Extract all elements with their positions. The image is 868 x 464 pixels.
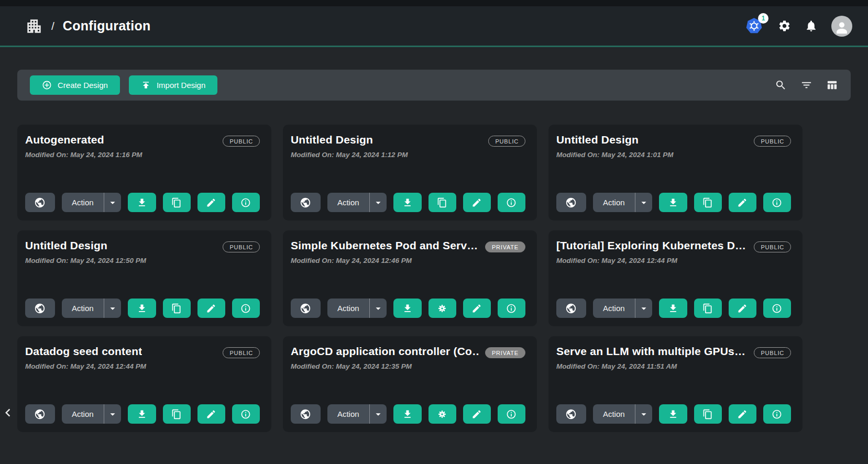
action-dropdown-button[interactable] <box>104 404 122 424</box>
edit-button[interactable] <box>729 404 756 424</box>
edit-button[interactable] <box>463 299 491 318</box>
action-dropdown-button[interactable] <box>369 193 387 212</box>
action-dropdown-button[interactable] <box>635 193 653 212</box>
card-actions: Action <box>556 404 791 424</box>
info-button[interactable] <box>232 193 260 212</box>
chevron-down-icon <box>638 197 650 208</box>
info-icon <box>506 409 517 419</box>
info-button[interactable] <box>498 299 525 318</box>
pencil-icon <box>206 197 216 208</box>
copy-button[interactable] <box>694 404 722 424</box>
download-button[interactable] <box>659 193 687 212</box>
filter-icon[interactable] <box>800 79 812 91</box>
action-dropdown-button[interactable] <box>104 299 122 318</box>
copy-button[interactable] <box>428 193 456 212</box>
download-button[interactable] <box>128 404 156 424</box>
action-button[interactable]: Action <box>327 193 369 212</box>
download-button[interactable] <box>659 404 687 424</box>
action-button[interactable]: Action <box>62 404 104 424</box>
visibility-globe-button[interactable] <box>25 193 55 212</box>
design-title: Datadog seed content <box>25 345 142 358</box>
edit-button[interactable] <box>463 193 491 212</box>
card-header: ArgoCD application controller (Co… PRIVA… <box>291 345 525 358</box>
design-card: Untitled Design PUBLIC Modified On: May … <box>283 125 537 220</box>
download-button[interactable] <box>128 299 156 318</box>
action-button[interactable]: Action <box>327 299 369 318</box>
visibility-globe-button[interactable] <box>291 404 321 424</box>
modified-on-text: Modified On: May 24, 2024 12:50 PM <box>25 257 260 264</box>
card-actions: Action <box>291 193 525 212</box>
visibility-badge: PUBLIC <box>223 241 260 252</box>
visibility-globe-button[interactable] <box>25 299 55 318</box>
import-design-button[interactable]: Import Design <box>129 75 217 95</box>
pencil-icon <box>471 409 482 419</box>
edit-button[interactable] <box>197 193 225 212</box>
info-button[interactable] <box>763 299 791 318</box>
action-dropdown-button[interactable] <box>635 404 653 424</box>
action-dropdown-button[interactable] <box>635 299 653 318</box>
info-button[interactable] <box>498 193 525 212</box>
action-split-button: Action <box>593 404 653 424</box>
settings-gear-icon[interactable] <box>778 19 791 32</box>
copy-button[interactable] <box>694 193 722 212</box>
design-engine-button[interactable] <box>428 299 456 318</box>
collapse-panel-button[interactable] <box>0 404 16 422</box>
visibility-globe-button[interactable] <box>556 193 586 212</box>
visibility-globe-button[interactable] <box>25 404 55 424</box>
copy-button[interactable] <box>163 299 191 318</box>
visibility-badge: PUBLIC <box>223 136 260 147</box>
visibility-globe-button[interactable] <box>556 299 586 318</box>
design-engine-button[interactable] <box>428 404 456 424</box>
download-button[interactable] <box>393 299 421 318</box>
copy-button[interactable] <box>163 404 191 424</box>
plus-circle-icon <box>42 80 52 90</box>
breadcrumb-separator: / <box>51 20 54 32</box>
action-dropdown-button[interactable] <box>104 193 122 212</box>
action-dropdown-button[interactable] <box>369 299 387 318</box>
copy-button[interactable] <box>163 193 191 212</box>
info-button[interactable] <box>763 404 791 424</box>
chevron-down-icon <box>638 303 650 314</box>
edit-button[interactable] <box>729 299 756 318</box>
action-button[interactable]: Action <box>593 299 635 318</box>
download-button[interactable] <box>393 193 421 212</box>
user-avatar[interactable] <box>831 16 852 37</box>
design-title: [Tutorial] Exploring Kubernetes D… <box>556 239 746 252</box>
person-icon <box>833 19 851 37</box>
action-button[interactable]: Action <box>62 193 104 212</box>
action-button[interactable]: Action <box>62 299 104 318</box>
action-button[interactable]: Action <box>593 404 635 424</box>
download-button[interactable] <box>659 299 687 318</box>
info-button[interactable] <box>498 404 525 424</box>
edit-button[interactable] <box>197 299 225 318</box>
info-button[interactable] <box>232 404 260 424</box>
visibility-globe-button[interactable] <box>291 193 321 212</box>
design-card: Simple Kubernetes Pod and Serv… PRIVATE … <box>283 230 537 326</box>
pencil-icon <box>737 197 748 208</box>
visibility-globe-button[interactable] <box>291 299 321 318</box>
edit-button[interactable] <box>463 404 491 424</box>
download-button[interactable] <box>128 193 156 212</box>
action-dropdown-button[interactable] <box>369 404 387 424</box>
info-button[interactable] <box>232 299 260 318</box>
download-button[interactable] <box>393 404 421 424</box>
visibility-globe-button[interactable] <box>556 404 586 424</box>
modified-on-text: Modified On: May 24, 2024 12:35 PM <box>291 362 525 370</box>
table-view-icon[interactable] <box>826 79 838 91</box>
copy-button[interactable] <box>694 299 722 318</box>
info-button[interactable] <box>763 193 791 212</box>
info-icon <box>772 303 782 314</box>
edit-button[interactable] <box>729 193 756 212</box>
edit-button[interactable] <box>197 404 225 424</box>
design-card: [Tutorial] Exploring Kubernetes D… PUBLI… <box>548 230 803 326</box>
kubernetes-context-button[interactable]: 1 <box>745 17 764 35</box>
action-button[interactable]: Action <box>593 193 635 212</box>
action-split-button: Action <box>593 193 653 212</box>
organization-building-icon[interactable] <box>25 17 43 35</box>
search-icon[interactable] <box>775 79 787 91</box>
action-button[interactable]: Action <box>327 404 369 424</box>
notifications-bell-icon[interactable] <box>805 19 818 32</box>
copy-icon <box>702 409 713 419</box>
create-design-button[interactable]: Create Design <box>30 75 120 95</box>
download-icon <box>668 303 678 314</box>
